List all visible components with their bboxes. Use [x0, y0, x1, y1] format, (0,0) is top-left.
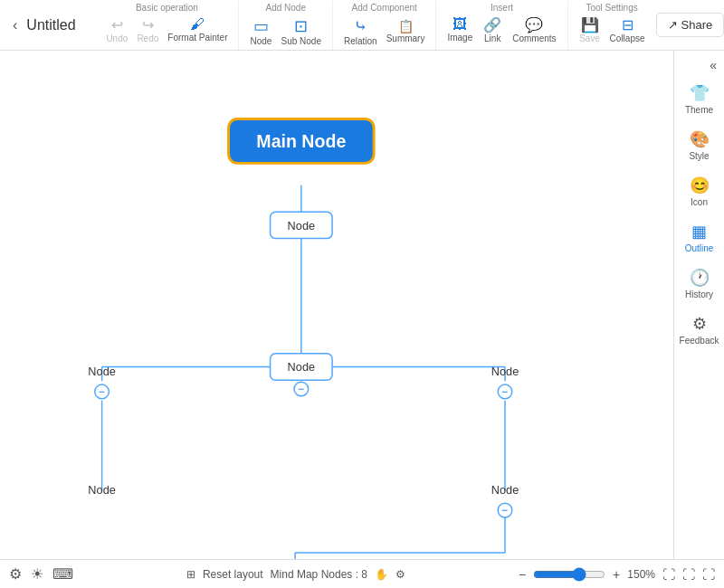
relation-button[interactable]: ⤷ Relation — [340, 14, 381, 48]
feedback-label: Feedback — [680, 336, 719, 346]
bottom-right: − + 150% ⛶ ⛶ ⛶ — [519, 567, 715, 582]
undo-icon: ↩ — [111, 16, 123, 33]
theme-label: Theme — [685, 105, 713, 115]
collapse-button[interactable]: ⊟ Collapse — [606, 14, 649, 45]
node-label: Node — [251, 36, 272, 46]
image-button[interactable]: 🖼 Image — [443, 14, 476, 44]
zoom-in-button[interactable]: + — [613, 567, 620, 582]
svg-text:Node: Node — [491, 365, 519, 378]
node-icon: ▭ — [253, 16, 269, 36]
save-icon: 💾 — [581, 16, 599, 33]
back-button[interactable]: ‹ — [7, 14, 23, 37]
sidebar-item-feedback[interactable]: ⚙ Feedback — [674, 307, 724, 353]
zoom-value-label: 150% — [627, 568, 655, 581]
tool-settings-icon[interactable]: ⚙ — [395, 568, 405, 581]
node-n1[interactable]: Node — [271, 212, 333, 238]
sun-icon[interactable]: ☀ — [31, 565, 43, 583]
toolbar-group-add-component: Add Component ⤷ Relation 📋 Summary — [333, 1, 437, 50]
node-button[interactable]: ▭ Node — [246, 14, 275, 48]
fit-view-button[interactable]: ⛶ — [662, 567, 675, 582]
comments-icon: 💬 — [525, 16, 543, 33]
image-icon: 🖼 — [452, 16, 467, 33]
format-painter-icon: 🖌 — [190, 16, 205, 33]
settings-bottom-icon[interactable]: ⚙ — [9, 565, 22, 583]
share-icon: ↗ — [668, 18, 678, 32]
comments-label: Comments — [512, 33, 556, 43]
summary-label: Summary — [386, 33, 425, 43]
outline-icon: ▦ — [691, 222, 707, 242]
main-node[interactable]: Main Node — [229, 119, 375, 163]
redo-button[interactable]: ↪ Redo — [133, 14, 162, 45]
undo-button[interactable]: ↩ Undo — [102, 14, 131, 45]
node-n2[interactable]: Node — [271, 354, 333, 380]
undo-label: Undo — [106, 33, 128, 43]
expand-view-button[interactable]: ⛶ — [682, 567, 695, 582]
feedback-icon: ⚙ — [692, 314, 707, 334]
node-n3[interactable]: Node — [88, 365, 115, 378]
group-label-add-node: Add Node — [265, 3, 305, 13]
outline-label: Outline — [685, 243, 714, 253]
save-button[interactable]: 💾 Save — [576, 14, 605, 45]
zoom-out-button[interactable]: − — [519, 567, 526, 582]
style-label: Style — [689, 151, 709, 161]
format-painter-label: Format Painter — [167, 33, 227, 43]
link-label: Link — [484, 33, 500, 43]
summary-button[interactable]: 📋 Summary — [383, 17, 429, 45]
icon-icon: 😊 — [690, 175, 710, 195]
svg-text:−: − — [99, 385, 105, 397]
sidebar-item-style[interactable]: 🎨 Style — [674, 122, 724, 168]
collapse-sidebar-icon: « — [710, 58, 717, 72]
node-n5[interactable]: Node — [88, 483, 115, 497]
sidebar-item-icon[interactable]: 😊 Icon — [674, 168, 724, 214]
link-button[interactable]: 🔗 Link — [478, 14, 507, 45]
fullscreen-button[interactable]: ⛶ — [702, 567, 715, 582]
main-area: Main Node Node Node − Node − — [0, 51, 724, 559]
icon-label: Icon — [691, 197, 708, 207]
format-painter-button[interactable]: 🖌 Format Painter — [164, 14, 231, 44]
svg-text:Main Node: Main Node — [256, 131, 346, 151]
relation-icon: ⤷ — [354, 16, 367, 36]
sub-node-button[interactable]: ⊡ Sub Node — [277, 14, 324, 48]
mindmap-svg: Main Node Node Node − Node − — [0, 51, 673, 559]
history-label: History — [685, 289, 713, 299]
canvas-area[interactable]: Main Node Node Node − Node − — [0, 51, 673, 559]
reset-layout-icon: ⊞ — [186, 568, 195, 581]
toolbar-group-basic: Basic operation ↩ Undo ↪ Redo 🖌 Format P… — [95, 1, 239, 50]
link-icon: 🔗 — [483, 16, 501, 33]
svg-text:−: − — [502, 385, 509, 397]
redo-label: Redo — [137, 33, 158, 43]
toolbar: ‹ Untitled Basic operation ↩ Undo ↪ Redo… — [0, 0, 724, 51]
theme-icon: 👕 — [690, 83, 710, 103]
hand-tool-icon[interactable]: ✋ — [375, 568, 388, 581]
save-label: Save — [579, 33, 600, 43]
sidebar-collapse-button[interactable]: « — [674, 54, 724, 76]
redo-icon: ↪ — [142, 16, 154, 33]
sidebar-item-outline[interactable]: ▦ Outline — [674, 214, 724, 261]
group-label-insert: Insert — [491, 3, 513, 13]
share-label: Share — [681, 18, 713, 32]
toolbar-group-insert: Insert 🖼 Image 🔗 Link 💬 Comments — [436, 1, 567, 50]
comments-button[interactable]: 💬 Comments — [509, 14, 559, 45]
toolbar-group-tool-settings: Tool Settings 💾 Save ⊟ Collapse — [568, 1, 656, 50]
svg-text:Node: Node — [88, 365, 115, 378]
history-icon: 🕐 — [690, 268, 710, 288]
bottom-bar: ⚙ ☀ ⌨ ⊞ Reset layout Mind Map Nodes : 8 … — [0, 559, 724, 588]
svg-text:Node: Node — [491, 483, 519, 497]
relation-label: Relation — [344, 36, 377, 46]
bottom-center: ⊞ Reset layout Mind Map Nodes : 8 ✋ ⚙ — [186, 568, 405, 581]
document-title: Untitled — [26, 17, 81, 33]
node-n6[interactable]: Node — [491, 483, 519, 497]
reset-layout-label[interactable]: Reset layout — [203, 568, 263, 581]
zoom-slider[interactable] — [533, 567, 605, 582]
share-button[interactable]: ↗ Share — [656, 13, 724, 37]
keyboard-icon[interactable]: ⌨ — [52, 565, 73, 583]
right-sidebar: « 👕 Theme 🎨 Style 😊 Icon ▦ Outline 🕐 His… — [673, 51, 724, 559]
sidebar-item-theme[interactable]: 👕 Theme — [674, 76, 724, 122]
svg-text:Node: Node — [88, 483, 115, 497]
sidebar-item-history[interactable]: 🕐 History — [674, 261, 724, 307]
group-label-add-component: Add Component — [352, 3, 417, 13]
svg-text:Node: Node — [288, 360, 315, 374]
collapse-icon: ⊟ — [622, 16, 634, 33]
svg-text:−: − — [298, 383, 304, 394]
node-n4[interactable]: Node — [491, 365, 519, 378]
